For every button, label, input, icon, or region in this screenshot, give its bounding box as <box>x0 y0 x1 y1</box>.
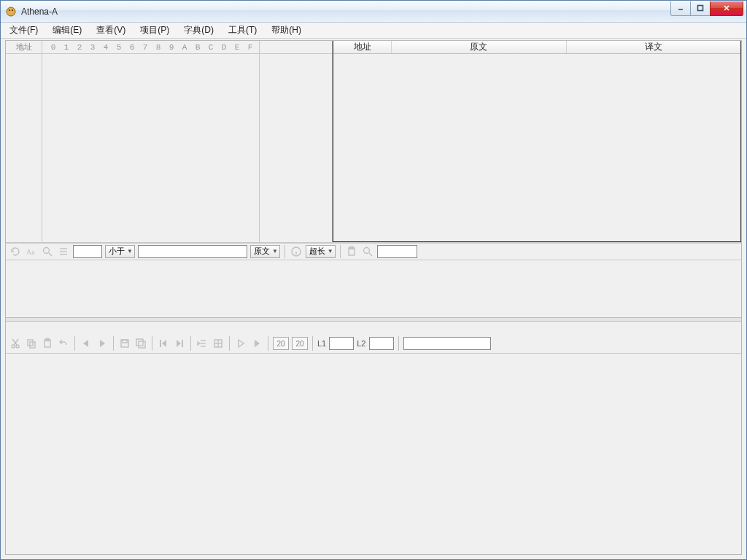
info-icon[interactable] <box>290 245 303 258</box>
titlebar[interactable]: Athena-A <box>1 1 746 23</box>
save-all-icon[interactable] <box>134 337 147 350</box>
hex-col: 7 <box>139 43 152 52</box>
list-icon[interactable] <box>57 245 70 258</box>
hex-col: 4 <box>99 43 112 52</box>
play-icon[interactable] <box>234 337 247 350</box>
separator <box>190 336 191 351</box>
search-input[interactable] <box>377 245 417 258</box>
length-select[interactable]: 超长▼ <box>306 245 336 258</box>
svg-rect-31 <box>139 341 145 348</box>
filter-toolbar: Aa 小于▼ 原文▼ 超长▼ <box>6 243 741 260</box>
play-solid-icon[interactable] <box>250 337 263 350</box>
hex-col: B <box>191 43 204 52</box>
separator <box>340 245 341 258</box>
save-icon[interactable] <box>118 337 131 350</box>
compare-select[interactable]: 小于▼ <box>105 245 135 258</box>
filter-value-1[interactable] <box>73 245 102 258</box>
hex-col: 8 <box>152 43 165 52</box>
menubar: 文件(F) 编辑(E) 查看(V) 项目(P) 字典(D) 工具(T) 帮助(H… <box>1 23 746 39</box>
menu-edit[interactable]: 编辑(E) <box>45 23 89 38</box>
first-icon[interactable] <box>157 337 170 350</box>
filter-value-2[interactable] <box>138 245 247 258</box>
arrow-left-icon[interactable] <box>80 337 93 350</box>
separator <box>312 336 313 351</box>
svg-text:Aa: Aa <box>26 248 35 256</box>
compare-label: 小于 <box>109 246 125 257</box>
extra-input[interactable] <box>403 337 491 350</box>
search-icon[interactable] <box>41 245 54 258</box>
app-window: Athena-A 文件(F) 编辑(E) 查看(V) 项目(P) 字典(D) 工… <box>0 0 747 560</box>
minimize-button[interactable] <box>670 1 691 16</box>
hex-col: 5 <box>112 43 125 52</box>
box-20a[interactable]: 20 <box>273 337 289 350</box>
box-20b[interactable]: 20 <box>292 337 308 350</box>
scope-label: 原文 <box>254 246 270 257</box>
list-body[interactable] <box>333 54 740 241</box>
target-text-area[interactable] <box>6 354 741 555</box>
menu-help[interactable]: 帮助(H) <box>264 23 309 38</box>
col-target[interactable]: 译文 <box>567 41 741 53</box>
menu-tools[interactable]: 工具(T) <box>221 23 264 38</box>
svg-point-1 <box>9 9 10 11</box>
svg-rect-29 <box>123 340 127 343</box>
last-icon[interactable] <box>173 337 186 350</box>
menu-project[interactable]: 项目(P) <box>133 23 177 38</box>
refresh-icon[interactable] <box>9 245 22 258</box>
svg-line-9 <box>49 253 52 256</box>
separator <box>398 336 399 351</box>
svg-line-19 <box>369 253 372 256</box>
svg-rect-30 <box>136 339 143 346</box>
l1-input[interactable] <box>329 337 354 350</box>
menu-file[interactable]: 文件(F) <box>2 23 45 38</box>
paste-icon[interactable] <box>345 245 358 258</box>
hex-col: 0 <box>47 43 60 52</box>
clipboard-icon[interactable] <box>41 337 54 350</box>
arrow-right-icon[interactable] <box>96 337 109 350</box>
case-icon[interactable]: Aa <box>25 245 38 258</box>
window-title: Athena-A <box>21 7 671 17</box>
list-header: 地址 原文 译文 <box>333 41 740 54</box>
menu-view[interactable]: 查看(V) <box>89 23 133 38</box>
col-address[interactable]: 地址 <box>333 41 392 53</box>
hex-body[interactable] <box>6 54 332 242</box>
scope-select[interactable]: 原文▼ <box>250 245 280 258</box>
chevron-down-icon: ▼ <box>127 248 133 254</box>
hex-col: F <box>244 43 257 52</box>
separator <box>113 336 114 351</box>
find-icon[interactable] <box>361 245 374 258</box>
svg-point-2 <box>12 9 13 11</box>
grid-icon[interactable] <box>212 337 225 350</box>
hex-address-gutter <box>6 54 42 242</box>
svg-rect-33 <box>182 340 183 347</box>
hex-col: E <box>231 43 244 52</box>
hex-byte-columns: 0 1 2 3 4 5 6 7 8 9 A B C D E <box>42 41 259 53</box>
l2-label: L2 <box>357 339 365 348</box>
length-label: 超长 <box>309 246 325 257</box>
svg-rect-32 <box>160 340 161 347</box>
edit-toolbar: 20 20 L1 L2 <box>6 335 741 354</box>
hex-col: D <box>217 43 231 52</box>
hex-ascii-area <box>259 54 332 242</box>
window-controls <box>671 1 743 16</box>
col-source[interactable]: 原文 <box>392 41 567 53</box>
svg-rect-4 <box>698 6 703 11</box>
spacer <box>6 322 741 335</box>
chevron-down-icon: ▼ <box>272 248 278 254</box>
menu-dict[interactable]: 字典(D) <box>177 23 221 38</box>
cut-icon[interactable] <box>9 337 22 350</box>
l2-input[interactable] <box>369 337 394 350</box>
hex-col: 2 <box>73 43 86 52</box>
source-text-area[interactable] <box>6 260 741 317</box>
separator <box>285 245 285 258</box>
hex-col: C <box>204 43 217 52</box>
indent-icon[interactable] <box>196 337 209 350</box>
hex-col: 6 <box>125 43 139 52</box>
copy-icon[interactable] <box>25 337 38 350</box>
close-button[interactable] <box>710 1 743 16</box>
hex-col: 9 <box>165 43 178 52</box>
svg-point-20 <box>12 345 15 348</box>
undo-icon[interactable] <box>57 337 70 350</box>
maximize-button[interactable] <box>690 1 711 16</box>
hex-address-header: 地址 <box>6 41 42 53</box>
separator <box>229 336 230 351</box>
